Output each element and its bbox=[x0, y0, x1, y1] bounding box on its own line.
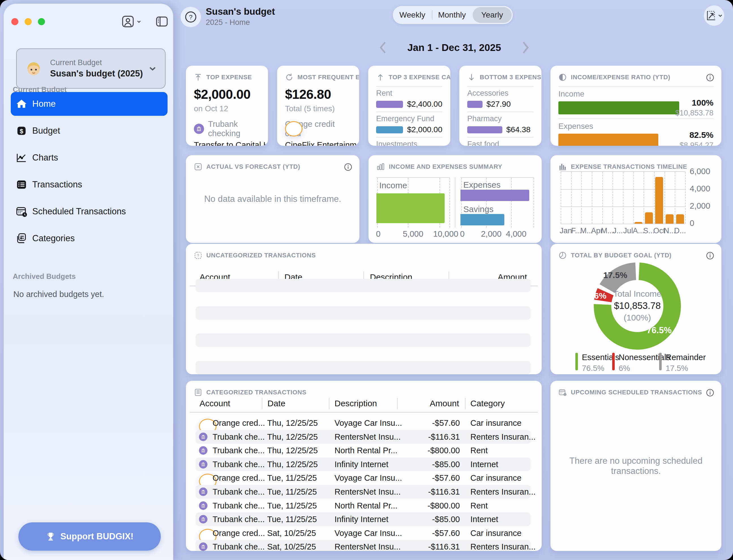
cell-description: RentersNet Insu... bbox=[335, 540, 401, 551]
half-circle-icon bbox=[558, 73, 567, 82]
timeline-plot bbox=[561, 171, 685, 224]
expenses-savings-mini-chart: Expenses Savings 0 2,000 4,000 bbox=[460, 177, 534, 239]
info-icon[interactable] bbox=[706, 251, 715, 260]
cell-amount: -$800.00 bbox=[427, 499, 460, 512]
sidebar-item-charts[interactable]: Charts bbox=[11, 146, 168, 170]
category-rank-row: Fast food $81.20 bbox=[467, 140, 533, 146]
category-bar bbox=[467, 126, 502, 133]
savings-label: Savings bbox=[463, 204, 493, 214]
table-row[interactable]: Trubank che... Thu, 12/25/25 RentersNet … bbox=[196, 430, 531, 444]
svg-text:$: $ bbox=[20, 128, 24, 135]
cell-category: Renters Insuran... bbox=[470, 540, 536, 551]
sidebar-item-budget[interactable]: $ Budget bbox=[11, 119, 168, 143]
categorized-table-header: Account Date Description Amount Category bbox=[194, 397, 534, 410]
sidebar-item-categories[interactable]: Categories bbox=[11, 226, 168, 250]
category-bar bbox=[376, 101, 403, 108]
table-row[interactable]: Trubank che... Tue, 11/25/25 North Renta… bbox=[196, 499, 531, 512]
arrow-up-icon bbox=[376, 73, 384, 82]
table-row[interactable]: Trubank che... Sat, 10/25/25 RentersNet … bbox=[196, 540, 531, 551]
top-expense-date: on Oct 12 bbox=[194, 104, 260, 113]
cell-account: Trubank che... bbox=[213, 540, 265, 551]
categorized-transactions-card: CATEGORIZED TRANSACTIONS Account Date De… bbox=[186, 381, 542, 551]
column-description: Description bbox=[335, 397, 377, 410]
sidebar-toggle-button[interactable] bbox=[155, 15, 168, 28]
timeframe-segmented-control: Weekly Monthly Yearly bbox=[393, 6, 513, 24]
avatar bbox=[25, 59, 43, 78]
minimize-button[interactable] bbox=[25, 18, 32, 25]
previous-period-button[interactable] bbox=[378, 41, 388, 54]
column-account: Account bbox=[200, 397, 230, 410]
cell-amount: -$57.60 bbox=[432, 416, 460, 430]
table-row[interactable]: Trubank che... Thu, 12/25/25 North Renta… bbox=[196, 444, 531, 457]
column-date: Date bbox=[268, 397, 285, 410]
actual-vs-forecast-card: ACTUAL VS FORECAST (YTD) No data availab… bbox=[186, 155, 360, 243]
sidebar-item-transactions[interactable]: Transactions bbox=[11, 173, 168, 196]
table-row[interactable]: Trubank che... Tue, 11/25/25 Infinity In… bbox=[196, 512, 531, 526]
total-by-budget-goal-card: TOTAL BY BUDGET GOAL (YTD) Total Income … bbox=[550, 244, 721, 374]
dashed-question-icon: ? bbox=[194, 251, 202, 260]
expenses-bar bbox=[460, 190, 529, 201]
cell-amount: -$116.31 bbox=[428, 540, 460, 551]
tab-yearly[interactable]: Yearly bbox=[473, 7, 512, 23]
cell-account: Trubank che... bbox=[213, 512, 265, 526]
cell-date: Tue, 11/25/25 bbox=[267, 499, 317, 512]
expenses-bar bbox=[558, 134, 658, 146]
account-menu-button[interactable] bbox=[121, 15, 142, 28]
cell-date: Sat, 10/25/25 bbox=[267, 526, 316, 540]
sidebar-item-home[interactable]: Home bbox=[11, 92, 168, 116]
timeline-bar bbox=[645, 212, 653, 224]
home-icon bbox=[11, 98, 32, 110]
account-type-icon bbox=[199, 515, 208, 523]
window-controls bbox=[11, 18, 45, 25]
chart-divider bbox=[455, 177, 455, 228]
cell-category: Car insurance bbox=[470, 416, 521, 430]
income-mini-chart: Income 0 5,000 10,000 bbox=[376, 177, 450, 239]
cell-description: Infinity Internet bbox=[335, 458, 388, 471]
info-icon[interactable] bbox=[706, 73, 715, 82]
close-button[interactable] bbox=[11, 18, 18, 25]
column-category: Category bbox=[470, 397, 505, 410]
card-title: INCOME AND EXPENSES SUMMARY bbox=[389, 163, 502, 170]
support-budgix-button[interactable]: Support BUDGIX! bbox=[18, 522, 161, 551]
tab-monthly[interactable]: Monthly bbox=[432, 6, 471, 24]
account-type-icon bbox=[199, 488, 208, 496]
budget-selector[interactable]: Current Budget Susan's budget (2025) bbox=[16, 48, 166, 89]
arrow-down-icon bbox=[467, 73, 476, 82]
forecast-empty-text: No data available in this timeframe. bbox=[186, 155, 360, 243]
cell-amount: -$116.31 bbox=[428, 485, 460, 499]
budget-icon: $ bbox=[11, 125, 32, 137]
help-button[interactable]: ? bbox=[181, 7, 201, 27]
card-title: CATEGORIZED TRANSACTIONS bbox=[206, 389, 307, 396]
card-title: TOP EXPENSE bbox=[206, 74, 252, 81]
account-type-icon bbox=[199, 460, 208, 469]
budget-selector-value: Susan's budget (2025) bbox=[50, 69, 148, 79]
sidebar-item-scheduled-transactions[interactable]: Scheduled Transactions bbox=[11, 200, 168, 223]
cell-description: Voyage Car Insu... bbox=[335, 471, 402, 485]
table-row[interactable]: Orange cred... Tue, 11/25/25 Voyage Car … bbox=[196, 471, 531, 485]
cell-category: Rent bbox=[470, 499, 488, 512]
most-frequent-expense-card: MOST FREQUENT EXPE... $126.80 Total (5 t… bbox=[277, 66, 359, 146]
scheduled-empty-text: There are no upcoming scheduled transact… bbox=[550, 381, 721, 551]
account-type-icon bbox=[199, 433, 208, 441]
page-title: Susan's budget bbox=[206, 6, 275, 17]
cell-amount: -$800.00 bbox=[427, 444, 460, 457]
cell-account: Trubank che... bbox=[213, 458, 265, 471]
cell-amount: -$85.00 bbox=[432, 458, 460, 471]
chart-options-button[interactable] bbox=[704, 5, 724, 26]
timeline-bar bbox=[634, 222, 642, 224]
next-period-button[interactable] bbox=[521, 41, 530, 54]
sidebar-nav: Home $ Budget Charts bbox=[11, 92, 168, 253]
zoom-button[interactable] bbox=[38, 18, 45, 25]
trophy-icon bbox=[46, 531, 56, 542]
cell-description: North Rental Pr... bbox=[335, 499, 397, 512]
income-bar bbox=[376, 193, 444, 223]
cell-amount: -$57.60 bbox=[432, 526, 460, 540]
table-row[interactable]: Trubank che... Tue, 11/25/25 RentersNet … bbox=[196, 485, 531, 499]
svg-text:?: ? bbox=[189, 14, 193, 21]
table-row[interactable]: Orange cred... Sat, 10/25/25 Voyage Car … bbox=[196, 526, 531, 540]
table-row[interactable]: Orange cred... Thu, 12/25/25 Voyage Car … bbox=[196, 416, 531, 430]
table-row[interactable]: Trubank che... Thu, 12/25/25 Infinity In… bbox=[196, 458, 531, 471]
income-bar bbox=[558, 101, 679, 114]
tab-weekly[interactable]: Weekly bbox=[393, 6, 432, 24]
app-window: Current Budget Susan's budget (2025) Cur… bbox=[0, 0, 733, 560]
